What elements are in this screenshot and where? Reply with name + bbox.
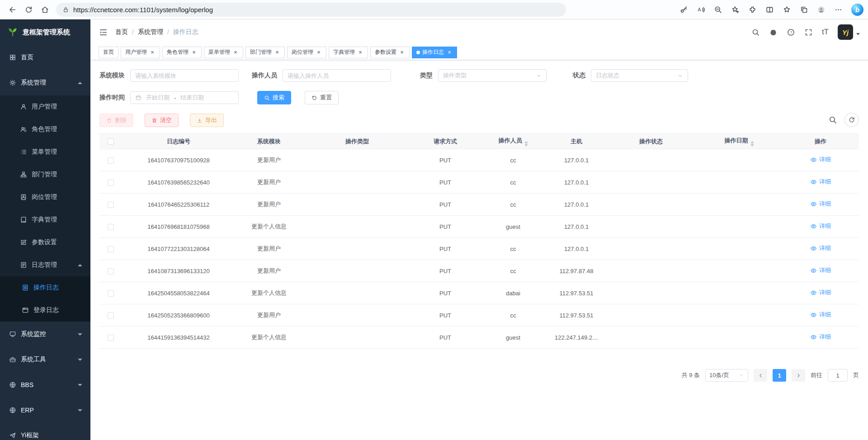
detail-link[interactable]: 详细 [810, 156, 831, 164]
copilot-icon[interactable]: b [851, 4, 863, 16]
detail-link[interactable]: 详细 [810, 200, 831, 208]
sidebar-item-role-mgmt[interactable]: 角色管理 [0, 118, 90, 141]
sidebar-item-system-mgmt[interactable]: 系统管理 [0, 70, 90, 95]
sidebar-item-user-mgmt[interactable]: 用户管理 [0, 95, 90, 118]
font-size-icon[interactable]: tT [822, 28, 829, 37]
address-bar[interactable]: https://ccnetcore.com:1101/system/log/op… [56, 3, 566, 17]
row-checkbox[interactable] [108, 268, 114, 274]
tab-post-mgmt[interactable]: 岗位管理× [287, 47, 326, 58]
module-input[interactable] [130, 69, 239, 82]
close-icon[interactable]: × [232, 49, 239, 56]
export-button[interactable]: 导出 [190, 114, 224, 127]
detail-link[interactable]: 详细 [810, 222, 831, 230]
detail-link[interactable]: 详细 [810, 178, 831, 186]
date-range-picker[interactable]: 开始日期 - 结束日期 [130, 91, 239, 104]
close-icon[interactable]: × [149, 49, 156, 56]
col-date[interactable]: 操作日期 [696, 134, 782, 149]
sidebar-item-dict-mgmt[interactable]: 字典管理 [0, 208, 90, 231]
sidebar-item-home[interactable]: 首页 [0, 45, 90, 70]
extensions-icon[interactable] [745, 3, 760, 17]
row-checkbox[interactable] [108, 290, 114, 297]
tab-menu-mgmt[interactable]: 菜单管理× [204, 47, 243, 58]
row-checkbox[interactable] [108, 202, 114, 208]
tab-role-mgmt[interactable]: 角色管理× [162, 47, 202, 58]
tab-dept-mgmt[interactable]: 部门管理× [245, 47, 285, 58]
add-favorite-icon[interactable] [728, 3, 742, 17]
clear-button[interactable]: 清空 [145, 114, 179, 127]
sort-carets[interactable] [524, 141, 528, 147]
sidebar-item-system-tools[interactable]: 系统工具 [0, 347, 90, 372]
search-button[interactable]: 搜索 [257, 91, 291, 104]
close-icon[interactable]: × [357, 49, 363, 56]
operator-input[interactable] [283, 69, 391, 82]
sort-carets[interactable] [750, 141, 754, 147]
favorites-bar-icon[interactable] [780, 3, 794, 17]
close-icon[interactable]: × [191, 49, 197, 56]
goto-page-input[interactable] [828, 369, 848, 382]
close-icon[interactable]: × [316, 49, 322, 56]
avatar[interactable]: Yj [838, 24, 853, 40]
github-icon[interactable] [769, 28, 778, 37]
sidebar-item-post-mgmt[interactable]: 岗位管理 [0, 186, 90, 208]
prev-page-button[interactable] [754, 369, 767, 382]
row-checkbox[interactable] [108, 180, 114, 186]
search-icon[interactable] [751, 28, 760, 37]
tab-param-settings[interactable]: 参数设置× [370, 47, 410, 58]
tab-home[interactable]: 首页 [99, 47, 118, 58]
row-checkbox[interactable] [108, 335, 114, 341]
next-page-button[interactable] [792, 369, 805, 382]
row-checkbox[interactable] [108, 157, 114, 164]
breadcrumb-system-mgmt[interactable]: 系统管理 [138, 28, 163, 36]
sidebar-item-dept-mgmt[interactable]: 部门管理 [0, 163, 90, 186]
sidebar-item-oper-log[interactable]: 操作日志 [0, 276, 90, 299]
tab-user-mgmt[interactable]: 用户管理× [121, 47, 160, 58]
hamburger-icon[interactable] [99, 28, 108, 37]
browser-refresh-button[interactable] [21, 2, 36, 17]
row-checkbox[interactable] [108, 224, 114, 230]
collections-icon[interactable] [797, 3, 811, 17]
detail-link[interactable]: 详细 [810, 311, 831, 319]
row-checkbox[interactable] [108, 246, 114, 252]
toggle-search-icon[interactable] [828, 115, 837, 124]
detail-link[interactable]: 详细 [810, 266, 831, 274]
profile-avatar[interactable] [814, 3, 828, 17]
close-icon[interactable]: × [399, 49, 405, 56]
sidebar-item-log-mgmt[interactable]: 日志管理 [0, 254, 90, 276]
user-menu[interactable]: Yj [838, 24, 860, 40]
detail-link[interactable]: 详细 [810, 244, 831, 252]
sidebar-item-bbs[interactable]: BBS [0, 372, 90, 397]
refresh-table-button[interactable] [844, 113, 859, 127]
tab-oper-log[interactable]: 操作日志× [412, 47, 457, 58]
status-select[interactable]: 日志状态 [591, 69, 688, 82]
browser-home-button[interactable] [37, 2, 52, 17]
close-icon[interactable]: × [274, 49, 280, 56]
sidebar-item-param-settings[interactable]: 参数设置 [0, 231, 90, 254]
read-aloud-icon[interactable]: A [694, 3, 708, 17]
browser-more-icon[interactable] [831, 3, 845, 17]
sidebar-item-system-monitor[interactable]: 系统监控 [0, 322, 90, 347]
close-icon[interactable]: × [446, 49, 453, 56]
breadcrumb-home[interactable]: 首页 [115, 28, 128, 36]
sidebar-item-erp[interactable]: ERP [0, 397, 90, 423]
split-screen-icon[interactable] [763, 3, 777, 17]
sidebar-item-login-log[interactable]: 登录日志 [0, 299, 90, 322]
sidebar-item-menu-mgmt[interactable]: 菜单管理 [0, 141, 90, 163]
reset-button[interactable]: 重置 [305, 91, 339, 104]
detail-link[interactable]: 详细 [810, 333, 831, 341]
zoom-out-icon[interactable] [711, 3, 725, 17]
sidebar-item-yi-framework[interactable]: Yi框架 [0, 423, 90, 440]
help-icon[interactable]: ? [787, 28, 795, 37]
row-checkbox[interactable] [108, 312, 114, 319]
page-size-select[interactable]: 10条/页 [705, 369, 748, 382]
col-operator[interactable]: 操作人员 [479, 134, 547, 149]
type-select[interactable]: 操作类型 [438, 69, 547, 82]
tab-dict-mgmt[interactable]: 字典管理× [329, 47, 368, 58]
cell-module: 更新用户 [235, 238, 303, 260]
page-number-1[interactable]: 1 [773, 369, 786, 382]
browser-back-button[interactable] [5, 2, 20, 17]
detail-link[interactable]: 详细 [810, 289, 831, 297]
select-all-checkbox[interactable] [108, 138, 114, 145]
fullscreen-icon[interactable] [804, 28, 813, 37]
delete-button[interactable]: 删除 [99, 114, 133, 127]
password-key-icon[interactable] [677, 3, 691, 17]
